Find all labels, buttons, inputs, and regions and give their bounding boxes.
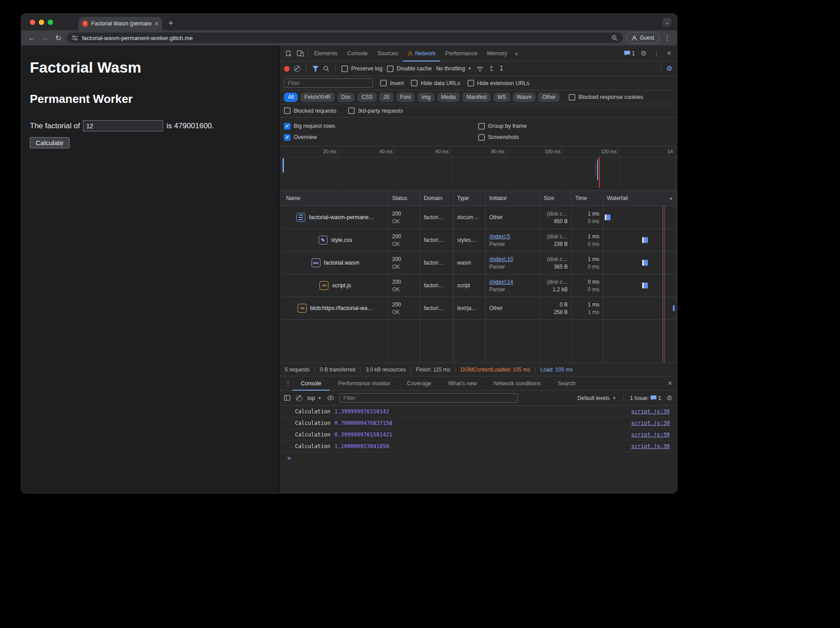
column-waterfall[interactable]: Waterfall▲ <box>603 191 677 206</box>
disable-cache-checkbox[interactable]: Disable cache <box>387 65 432 72</box>
drawer-tab-performance-monitor[interactable]: Performance monitor <box>330 376 399 391</box>
close-window-button[interactable] <box>30 20 35 25</box>
console-sidebar-icon[interactable] <box>284 395 291 401</box>
tab-network[interactable]: ⚠ Network <box>403 45 441 61</box>
tab-console[interactable]: Console <box>342 45 373 61</box>
console-source-link[interactable]: script.js:30 <box>631 420 670 426</box>
overview-checkbox[interactable]: ✓Overview <box>284 134 478 141</box>
console-settings-icon[interactable]: ⚙ <box>667 394 672 402</box>
export-har-icon[interactable]: ↧ <box>499 65 504 73</box>
drawer-close-icon[interactable]: ✕ <box>668 380 672 387</box>
table-row[interactable]: <>script.js 200OK factori… script (index… <box>283 274 677 297</box>
column-time[interactable]: Time <box>572 191 603 206</box>
chip-css[interactable]: CSS <box>357 93 377 102</box>
maximize-window-button[interactable] <box>48 20 53 25</box>
console-log-row[interactable]: Calculation 1.399999976158142 script.js:… <box>279 406 677 417</box>
network-conditions-icon[interactable] <box>476 66 484 72</box>
search-icon[interactable] <box>323 65 329 72</box>
console-log-row[interactable]: Calculation 1.100000023841858 script.js:… <box>279 440 677 452</box>
devtools-menu-icon[interactable]: ⋮ <box>652 49 661 57</box>
browser-menu-button[interactable]: ⋮ <box>663 34 672 42</box>
devtools-settings-icon[interactable]: ⚙ <box>641 49 647 57</box>
hide-extension-urls-checkbox[interactable]: Hide extension URLs <box>467 80 529 86</box>
table-row[interactable]: <>blob:https://factorial-wa… 200OK facto… <box>283 297 677 320</box>
initiator-link[interactable]: (index):10 <box>489 256 536 262</box>
drawer-tab-network-conditions[interactable]: Network conditions <box>485 376 549 391</box>
network-settings-icon[interactable]: ⚙ <box>667 65 672 73</box>
minimize-window-button[interactable] <box>39 20 44 25</box>
drawer-tab-search[interactable]: Search <box>549 376 584 391</box>
table-row[interactable]: ✎style.css 200OK factori… styles… (index… <box>283 229 677 252</box>
hide-data-urls-checkbox[interactable]: Hide data URLs <box>411 80 460 86</box>
network-filter-input[interactable] <box>284 78 373 88</box>
console-issues-badge[interactable]: 1 Issue: 1 <box>630 395 661 401</box>
eye-icon[interactable] <box>327 396 334 400</box>
calculate-button[interactable]: Calculate <box>30 137 70 148</box>
chip-img[interactable]: Img <box>418 93 434 102</box>
chip-fetch-xhr[interactable]: Fetch/XHR <box>300 93 335 102</box>
initiator-link[interactable]: (index):14 <box>489 279 536 285</box>
tab-memory[interactable]: Memory <box>482 45 512 61</box>
drawer-menu-icon[interactable]: ⋮ <box>284 379 292 387</box>
initiator-link[interactable]: (index):5 <box>489 233 536 240</box>
blocked-response-cookies-checkbox[interactable]: Blocked response cookies <box>569 94 643 101</box>
network-overview-timeline[interactable]: 20 ms 40 ms 60 ms 80 ms 100 ms 120 ms 14 <box>279 146 677 191</box>
new-tab-button[interactable]: + <box>168 19 173 28</box>
console-source-link[interactable]: script.js:30 <box>631 432 670 438</box>
filter-icon[interactable] <box>312 66 319 72</box>
issues-badge[interactable]: 1 <box>624 50 635 57</box>
console-prompt[interactable]: > <box>279 452 677 464</box>
invert-checkbox[interactable]: Invert <box>380 80 404 86</box>
devtools-close-icon[interactable]: ✕ <box>667 50 672 57</box>
chip-doc[interactable]: Doc <box>337 93 355 102</box>
more-tabs-icon[interactable]: » <box>512 50 521 57</box>
browser-tab[interactable]: ! Factorial Wasm (permanent W ✕ <box>78 17 162 30</box>
table-row[interactable]: factorial-wasm-permane… 200OK factori… d… <box>283 206 677 229</box>
back-button[interactable]: ← <box>27 34 37 42</box>
chip-other[interactable]: Other <box>538 93 560 102</box>
tab-elements[interactable]: Elements <box>309 45 342 61</box>
console-log-row[interactable]: Calculation 0.7000000476837158 script.js… <box>279 417 677 429</box>
record-button[interactable] <box>284 66 290 72</box>
preserve-log-checkbox[interactable]: Preserve log <box>341 65 382 72</box>
chip-manifest[interactable]: Manifest <box>463 93 491 102</box>
address-bar[interactable]: factorial-wasm-permanent-worker.glitch.m… <box>67 33 623 43</box>
column-type[interactable]: Type <box>454 191 486 206</box>
table-row[interactable]: WAfactorial.wasm 200OK factori… wasm (in… <box>283 252 677 274</box>
column-status[interactable]: Status <box>389 191 420 206</box>
inspect-element-icon[interactable] <box>283 48 295 59</box>
execution-context-dropdown[interactable]: top▼ <box>307 395 322 401</box>
site-settings-icon[interactable] <box>72 35 78 41</box>
log-levels-dropdown[interactable]: Default levels▼ <box>578 395 616 401</box>
tab-close-icon[interactable]: ✕ <box>155 21 159 27</box>
console-filter-input[interactable] <box>340 393 518 403</box>
drawer-tab-coverage[interactable]: Coverage <box>399 376 440 391</box>
throttling-dropdown[interactable]: No throttling▼ <box>436 65 472 72</box>
column-domain[interactable]: Domain <box>420 191 454 206</box>
clear-network-log-icon[interactable] <box>294 65 300 72</box>
column-name[interactable]: Name <box>283 191 389 206</box>
chip-js[interactable]: JS <box>379 93 393 102</box>
tab-performance[interactable]: Performance <box>440 45 482 61</box>
group-by-frame-checkbox[interactable]: Group by frame <box>478 123 672 130</box>
tab-sources[interactable]: Sources <box>373 45 403 61</box>
chip-ws[interactable]: WS <box>493 93 510 102</box>
device-toolbar-icon[interactable] <box>295 48 306 59</box>
screenshots-checkbox[interactable]: Screenshots <box>478 134 672 141</box>
tab-search-button[interactable]: ⌄ <box>663 18 672 27</box>
profile-button[interactable]: Guest <box>626 32 660 44</box>
chip-all[interactable]: All <box>284 93 298 102</box>
console-source-link[interactable]: script.js:30 <box>631 443 670 449</box>
reload-button[interactable]: ↻ <box>53 34 63 42</box>
console-log-row[interactable]: Calculation 0.3999999761581421 script.js… <box>279 429 677 440</box>
drawer-tab-console[interactable]: Console <box>292 376 330 391</box>
forward-button[interactable]: → <box>40 34 50 42</box>
chip-media[interactable]: Media <box>437 93 460 102</box>
chip-wasm[interactable]: Wasm <box>513 93 536 102</box>
column-initiator[interactable]: Initiator <box>486 191 540 206</box>
blocked-requests-checkbox[interactable]: Blocked requests <box>284 107 336 114</box>
chip-font[interactable]: Font <box>396 93 415 102</box>
drawer-tab-whats-new[interactable]: What's new <box>440 376 485 391</box>
zoom-icon[interactable] <box>611 35 618 41</box>
import-har-icon[interactable]: ↥ <box>488 65 494 73</box>
